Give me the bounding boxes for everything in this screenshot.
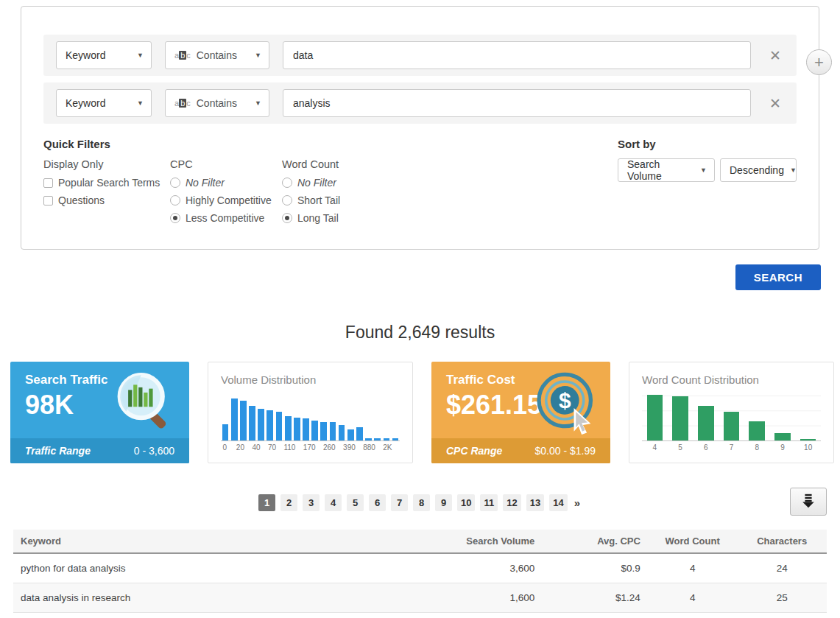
chevron-down-icon: ▼	[131, 99, 144, 107]
axis-tick-label: 5	[668, 443, 693, 452]
filter-option[interactable]: Short Tail	[282, 194, 407, 206]
value-cell: 4	[648, 613, 738, 618]
filter-option[interactable]: Popular Search Terms	[43, 177, 170, 189]
value-cell: 4	[648, 583, 738, 613]
page-button-11[interactable]: 11	[480, 494, 498, 511]
radio-button[interactable]	[282, 178, 292, 188]
sort-by: Sort by Search Volume ▼ Descending ▼	[618, 138, 797, 230]
filter-option[interactable]: No Filter	[282, 177, 407, 189]
axis-tick-label	[316, 443, 323, 452]
keyword-input[interactable]	[283, 41, 751, 69]
next-pages-button[interactable]: »	[573, 496, 582, 509]
value-cell: 3,600	[387, 553, 542, 583]
radio-button[interactable]	[170, 195, 180, 206]
filter-option[interactable]: No Filter	[170, 177, 282, 189]
keyword-cell[interactable]: methods of data analysis	[13, 613, 387, 618]
search-button[interactable]: SEARCH	[735, 264, 821, 290]
axis-tick-label	[356, 443, 363, 452]
column-header: Characters	[737, 530, 827, 553]
download-button[interactable]	[790, 488, 827, 516]
page-button-9[interactable]: 9	[435, 494, 452, 511]
operator-select[interactable]: abcContains▼	[165, 89, 269, 117]
bar	[744, 396, 770, 440]
value-cell: $1.24	[542, 583, 648, 613]
chevron-down-icon: ▼	[249, 52, 261, 59]
filter-option[interactable]: Questions	[43, 194, 170, 206]
bar	[221, 399, 230, 440]
axis-tick-label	[228, 443, 236, 452]
sort-direction-select[interactable]: Descending ▼	[720, 158, 797, 182]
radio-button[interactable]	[170, 213, 180, 223]
axis-tick-label: 10	[795, 443, 821, 452]
page-button-8[interactable]: 8	[413, 494, 430, 511]
page-button-12[interactable]: 12	[503, 494, 520, 511]
page-button-5[interactable]: 5	[347, 494, 364, 511]
filter-option[interactable]: Highly Competitive	[170, 194, 282, 206]
bar	[693, 396, 719, 440]
remove-filter-button[interactable]: ✕	[764, 49, 786, 63]
page-button-7[interactable]: 7	[391, 494, 408, 511]
page-button-1[interactable]: 1	[258, 494, 275, 511]
chevron-down-icon: ▼	[694, 166, 707, 174]
option-label: Long Tail	[297, 212, 339, 224]
filter-option[interactable]: Less Competitive	[170, 212, 282, 224]
bar	[283, 399, 292, 440]
value-cell: 4	[648, 553, 738, 583]
table-row[interactable]: methods of data analysis1,000$0.77424	[13, 613, 827, 618]
axis-tick-label	[295, 443, 303, 452]
filter-option[interactable]: Long Tail	[282, 212, 407, 224]
page-button-13[interactable]: 13	[526, 494, 544, 511]
remove-filter-button[interactable]: ✕	[764, 96, 786, 110]
page-button-2[interactable]: 2	[280, 494, 297, 511]
bar	[364, 399, 373, 440]
bar	[337, 399, 346, 440]
table-row[interactable]: python for data analysis3,600$0.9424	[13, 553, 827, 583]
keyword-input[interactable]	[283, 89, 751, 117]
axis-tick-label: 880	[363, 443, 375, 452]
axis-tick-label: 2K	[383, 443, 392, 452]
pagination: 1234567891011121314»	[13, 493, 827, 511]
radio-button[interactable]	[282, 195, 292, 206]
value-cell: 1,000	[387, 613, 542, 618]
page-button-10[interactable]: 10	[457, 494, 475, 511]
bar	[668, 396, 693, 440]
magnifier-bars-icon	[113, 371, 177, 438]
operator-select[interactable]: abcContains▼	[165, 41, 269, 69]
checkbox[interactable]	[43, 178, 53, 188]
option-label: Less Competitive	[186, 212, 264, 224]
checkbox[interactable]	[43, 196, 53, 206]
value-cell: 25	[737, 583, 827, 613]
field-select[interactable]: Keyword▼	[56, 41, 152, 69]
table-header-row: KeywordSearch VolumeAvg. CPCWord CountCh…	[13, 530, 827, 553]
page-button-3[interactable]: 3	[303, 494, 320, 511]
abc-icon: abc	[174, 51, 191, 60]
field-select[interactable]: Keyword▼	[56, 89, 152, 117]
group-label: Word Count	[282, 158, 407, 170]
bar	[239, 399, 247, 440]
bar	[328, 399, 337, 440]
page-button-6[interactable]: 6	[369, 494, 386, 511]
axis-tick-label	[244, 443, 252, 452]
keyword-cell[interactable]: python for data analysis	[13, 553, 387, 583]
page-button-4[interactable]: 4	[325, 494, 342, 511]
bar	[795, 396, 821, 440]
axis-tick-label	[336, 443, 343, 452]
download-icon	[800, 493, 816, 511]
table-row[interactable]: data analysis in research1,600$1.24425	[13, 583, 827, 613]
search-traffic-card: Search Traffic 98K Traffic Range 0 - 3,6…	[10, 362, 189, 463]
sort-field-value: Search Volume	[627, 158, 694, 182]
add-filter-button[interactable]: +	[806, 49, 832, 75]
keyword-cell[interactable]: data analysis in research	[13, 583, 387, 613]
bar	[373, 399, 382, 440]
group-label: CPC	[170, 158, 282, 170]
bar	[355, 399, 364, 440]
radio-button[interactable]	[170, 178, 180, 188]
axis-tick-label: 260	[323, 443, 336, 452]
page-button-14[interactable]: 14	[549, 494, 567, 511]
bar	[311, 399, 320, 440]
radio-button[interactable]	[282, 213, 292, 223]
sort-field-select[interactable]: Search Volume ▼	[618, 158, 715, 182]
cpc-range-label: CPC Range	[446, 445, 502, 457]
operator-value: Contains	[197, 97, 237, 109]
quick-filter-columns: Display OnlyPopular Search TermsQuestion…	[43, 158, 407, 230]
